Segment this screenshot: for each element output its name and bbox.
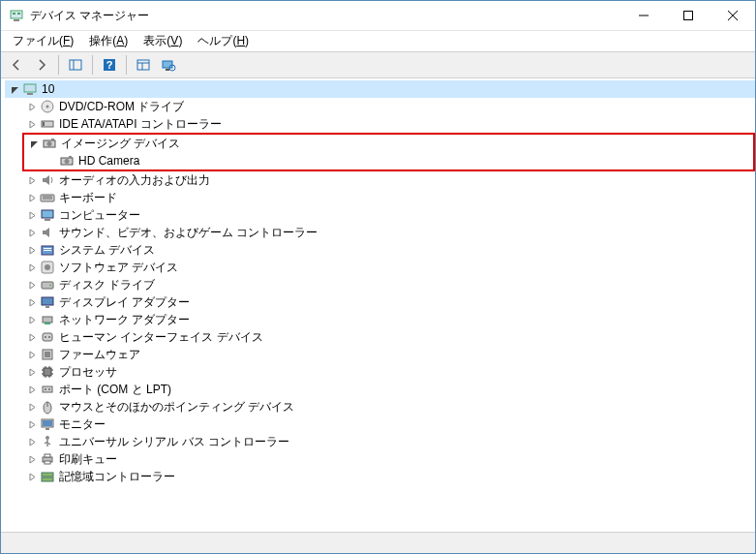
svg-rect-16: [166, 69, 169, 71]
svg-rect-29: [69, 156, 72, 158]
tree-item-row[interactable]: イメージング デバイス: [24, 135, 753, 152]
chevron-right-icon[interactable]: [26, 101, 39, 113]
svg-rect-5: [684, 12, 693, 20]
tree-item-row[interactable]: マウスとそのほかのポインティング デバイス: [22, 398, 755, 416]
svg-point-47: [45, 336, 46, 338]
tree-item-row[interactable]: ネットワーク アダプター: [22, 311, 755, 328]
tree-item-row[interactable]: 記憶域コントローラー: [22, 468, 755, 485]
svg-point-25: [47, 141, 52, 146]
sound-icon: [40, 225, 55, 240]
tree-item-label: ネットワーク アダプター: [59, 312, 190, 328]
maximize-button[interactable]: [666, 1, 711, 30]
scan-hardware-button[interactable]: [157, 53, 180, 77]
software-icon: [40, 260, 55, 275]
tree-item-row[interactable]: オーディオの入力および出力: [22, 171, 755, 189]
show-hide-console-button[interactable]: [64, 53, 87, 77]
chevron-right-icon[interactable]: [26, 436, 39, 448]
tree-item-row[interactable]: ヒューマン インターフェイス デバイス: [22, 328, 755, 346]
chevron-right-icon[interactable]: [26, 118, 39, 131]
svg-rect-2: [17, 13, 20, 15]
tree-item-row[interactable]: ファームウェア: [22, 346, 755, 363]
svg-rect-33: [42, 210, 53, 218]
back-button[interactable]: [5, 53, 28, 77]
tree-item-label: ディスプレイ アダプター: [59, 294, 190, 311]
chevron-right-icon[interactable]: [26, 227, 39, 239]
svg-rect-66: [43, 420, 52, 426]
forward-button[interactable]: [30, 53, 53, 77]
tree-item-row[interactable]: HD Camera: [42, 152, 753, 169]
tree-node: オーディオの入力および出力: [22, 171, 755, 189]
chevron-right-icon[interactable]: [26, 174, 39, 187]
tree-item-label: キーボード: [59, 190, 117, 206]
minimize-button[interactable]: [621, 1, 666, 30]
tree-item-row[interactable]: プロセッサ: [22, 363, 755, 381]
help-button[interactable]: ?: [98, 53, 121, 77]
cpu-icon: [40, 364, 55, 380]
tree-item-row[interactable]: ソフトウェア デバイス: [22, 259, 755, 276]
tree-item-label: DVD/CD-ROM ドライブ: [59, 99, 184, 115]
tree-item-label: システム デバイス: [59, 242, 155, 259]
tree-item-row[interactable]: ディスプレイ アダプター: [22, 293, 755, 311]
tree-node: DVD/CD-ROM ドライブ: [22, 98, 755, 115]
window-title: デバイス マネージャー: [30, 8, 621, 24]
keyboard-icon: [40, 190, 55, 205]
chevron-right-icon[interactable]: [26, 262, 39, 274]
tree-item-label: オーディオの入力および出力: [59, 172, 210, 189]
mouse-icon: [40, 399, 55, 415]
window-buttons: [621, 1, 755, 30]
menu-help[interactable]: ヘルプ(H): [190, 31, 257, 51]
tree-node: システム デバイス: [22, 241, 755, 259]
ide-icon: [40, 116, 55, 132]
disk-icon: [40, 277, 55, 292]
tree-item-label: ユニバーサル シリアル バス コントローラー: [59, 434, 289, 450]
svg-point-61: [45, 388, 46, 390]
chevron-right-icon[interactable]: [26, 384, 39, 396]
computer-icon: [22, 81, 38, 97]
svg-point-68: [45, 436, 49, 440]
tree-root-row[interactable]: 10: [5, 80, 755, 98]
tree-item-row[interactable]: モニター: [22, 416, 755, 433]
tree-node: モニター: [22, 416, 755, 433]
chevron-right-icon[interactable]: [26, 401, 39, 414]
monitor-icon: [40, 416, 55, 432]
camera-icon: [42, 136, 57, 151]
chevron-right-icon[interactable]: [26, 192, 39, 204]
chevron-right-icon[interactable]: [26, 296, 39, 309]
chevron-right-icon[interactable]: [26, 331, 39, 344]
chevron-right-icon[interactable]: [26, 366, 39, 379]
chevron-down-icon[interactable]: [9, 83, 21, 96]
tree-item-row[interactable]: DVD/CD-ROM ドライブ: [22, 98, 755, 115]
tree-item-row[interactable]: ユニバーサル シリアル バス コントローラー: [22, 433, 755, 450]
network-icon: [40, 312, 55, 327]
chevron-right-icon[interactable]: [26, 349, 39, 361]
menu-file[interactable]: ファイル(F): [5, 31, 81, 51]
tree-item-label: 印刷キュー: [59, 451, 117, 468]
hid-icon: [40, 329, 55, 345]
properties-button[interactable]: [132, 53, 155, 77]
svg-rect-1: [13, 13, 15, 15]
chevron-right-icon[interactable]: [26, 314, 39, 326]
chevron-down-icon[interactable]: [28, 138, 41, 150]
tree-item-row[interactable]: システム デバイス: [22, 241, 755, 259]
menu-view[interactable]: 表示(V): [136, 31, 190, 51]
chevron-right-icon[interactable]: [26, 244, 39, 257]
chevron-right-icon[interactable]: [26, 418, 39, 431]
tree-item-row[interactable]: キーボード: [22, 189, 755, 206]
chevron-right-icon[interactable]: [26, 471, 39, 483]
svg-rect-75: [42, 473, 53, 477]
tree-item-row[interactable]: 印刷キュー: [22, 450, 755, 468]
tree-item-row[interactable]: サウンド、ビデオ、およびゲーム コントローラー: [22, 224, 755, 241]
chevron-right-icon[interactable]: [26, 279, 39, 292]
chevron-right-icon[interactable]: [26, 209, 39, 222]
close-button[interactable]: [711, 1, 755, 30]
tree-item-row[interactable]: ディスク ドライブ: [22, 276, 755, 293]
svg-rect-67: [45, 428, 49, 430]
chevron-right-icon[interactable]: [26, 453, 39, 466]
statusbar: [1, 532, 755, 553]
tree-item-row[interactable]: ポート (COM と LPT): [22, 381, 755, 398]
tree-item-row[interactable]: IDE ATA/ATAPI コントローラー: [22, 115, 755, 133]
tree-item-row[interactable]: コンピューター: [22, 206, 755, 224]
menu-action[interactable]: 操作(A): [81, 31, 136, 51]
computer-icon: [40, 207, 55, 223]
tree-item-label: ヒューマン インターフェイス デバイス: [59, 329, 263, 346]
